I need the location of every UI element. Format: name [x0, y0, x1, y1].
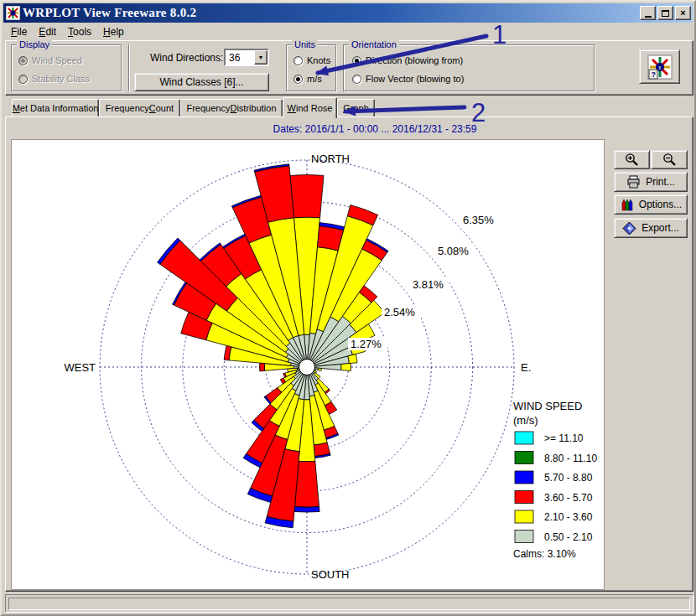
legend-swatch-4 — [515, 510, 533, 523]
svg-text:?: ? — [651, 70, 656, 79]
wind-rose-petal-270-class-3 — [260, 363, 265, 371]
status-bar — [5, 594, 693, 613]
wind-rose-petal-180-class-4 — [294, 507, 319, 512]
options-button-label: Options... — [639, 199, 682, 210]
radio-label-flow-vector-blowing-to: Flow Vector (blowing to) — [366, 74, 464, 84]
wind-directions-select[interactable]: 36 ▼ — [224, 49, 269, 66]
orientation-group: Orientation Direction (blowing from)Flow… — [343, 44, 595, 91]
legend-class-label-0: >= 11.10 — [544, 432, 584, 444]
wind-rose-petal-90-class-2 — [341, 363, 351, 370]
menu-edit[interactable]: Edit — [33, 24, 62, 39]
display-group: Display Wind SpeedStability Class — [11, 44, 122, 91]
units-group: Units Knotsm/s — [286, 44, 336, 91]
radio-knots[interactable]: Knots — [293, 55, 330, 65]
svg-text:x: x — [658, 65, 662, 70]
menu-tools[interactable]: Tools — [62, 24, 97, 39]
legend-swatch-2 — [515, 471, 533, 484]
radio-button-wind-speed[interactable] — [18, 56, 28, 65]
radio-label-knots: Knots — [307, 55, 330, 65]
zoom-out-icon — [662, 153, 677, 167]
radio-label-direction-blowing-from: Direction (blowing from) — [366, 55, 463, 65]
radio-flow-vector-blowing-to[interactable]: Flow Vector (blowing to) — [352, 74, 464, 84]
toolbar-panel: Display Wind SpeedStability Class Wind D… — [5, 40, 693, 96]
tab-frequency-distribution[interactable]: Frequency Distribution — [180, 99, 283, 116]
wind-directions-label: Wind Directions: — [150, 52, 223, 64]
options-button[interactable]: Options... — [614, 194, 688, 215]
legend-subtitle: (m/s) — [513, 414, 538, 427]
wind-rose-petal-80-class-2 — [348, 354, 357, 363]
status-bar-field — [8, 598, 690, 610]
close-icon: × — [680, 8, 685, 18]
calms-center-hole — [299, 360, 315, 375]
menu-file[interactable]: File — [5, 24, 33, 39]
wind-rose-petal-0-class-3 — [290, 175, 324, 218]
wind-directions-value: 36 — [226, 52, 254, 64]
legend-class-label-2: 5.70 - 8.80 — [544, 472, 593, 484]
radio-button-flow-vector-blowing-to[interactable] — [352, 75, 361, 84]
radio-label-wind-speed: Wind Speed — [32, 55, 82, 65]
radio-stability-class[interactable]: Stability Class — [18, 74, 90, 84]
radio-m-s[interactable]: m/s — [293, 74, 322, 84]
minimize-icon — [645, 16, 652, 18]
legend-class-label-3: 3.60 - 5.70 — [544, 492, 593, 504]
legend-swatch-3 — [515, 491, 533, 504]
orientation-group-title: Orientation — [349, 39, 399, 49]
compass-label-e: E. — [521, 361, 531, 374]
maximize-icon — [662, 10, 669, 17]
ring-label-3.81%: 3.81% — [413, 278, 444, 291]
legend-swatch-1 — [515, 452, 533, 464]
wind-rose-petal-100-class-2 — [318, 368, 321, 370]
export-button-label: Export... — [641, 222, 679, 234]
title-bar: WRPLOT View Freeware 8.0.2 × — [3, 3, 693, 23]
dates-label: Dates: 2016/1/1 - 00:00 ... 2016/12/31 -… — [9, 121, 690, 137]
wind-rose-help-icon: x ? — [647, 54, 673, 80]
radio-button-m-s[interactable] — [293, 75, 303, 84]
legend-swatch-5 — [515, 531, 533, 543]
chevron-down-icon[interactable]: ▼ — [254, 50, 267, 65]
radio-label-m-s: m/s — [307, 74, 322, 84]
radio-direction-blowing-from[interactable]: Direction (blowing from) — [352, 55, 463, 65]
legend-title: WIND SPEED — [513, 400, 582, 412]
ring-label-2.54%: 2.54% — [384, 306, 415, 318]
menu-bar: FileEditToolsHelp — [3, 23, 693, 40]
maximize-button[interactable] — [657, 6, 673, 20]
radio-button-stability-class[interactable] — [18, 75, 28, 84]
tab-graph[interactable]: Graph — [337, 99, 375, 116]
zoom-in-icon — [625, 153, 639, 167]
content-panel: Dates: 2016/1/1 - 00:00 ... 2016/12/31 -… — [5, 116, 693, 592]
export-button[interactable]: Export... — [614, 218, 688, 238]
minimize-button[interactable] — [640, 6, 656, 20]
legend-calms-label: Calms: 3.10% — [513, 548, 576, 560]
wind-classes-button[interactable]: Wind Classes [6]... — [134, 73, 269, 91]
print-button[interactable]: Print... — [614, 172, 688, 192]
ring-label-6.35%: 6.35% — [463, 214, 494, 226]
legend-class-label-5: 0.50 - 2.10 — [544, 531, 593, 543]
legend-class-label-4: 2.10 - 3.60 — [544, 511, 593, 523]
tab-frequency-count[interactable]: Frequency Count — [99, 99, 180, 116]
tab-met-data-information[interactable]: Met Data Information — [12, 99, 99, 116]
options-icon — [620, 198, 634, 212]
tab-wind-rose[interactable]: Wind Rose — [283, 97, 337, 118]
zoom-out-button[interactable] — [651, 150, 688, 169]
legend-class-label-1: 8.80 - 11.10 — [544, 453, 597, 464]
radio-button-knots[interactable] — [293, 56, 303, 65]
radio-button-direction-blowing-from[interactable] — [352, 56, 361, 65]
print-icon — [626, 175, 641, 189]
ring-label-1.27%: 1.27% — [351, 338, 382, 350]
export-icon — [622, 221, 636, 236]
menu-help[interactable]: Help — [97, 24, 130, 39]
legend-swatch-0 — [515, 432, 533, 444]
tab-row: Met Data InformationFrequency CountFrequ… — [5, 97, 693, 116]
toolbar-divider — [128, 44, 130, 91]
print-button-label: Print... — [646, 176, 675, 188]
wind-classes-button-label: Wind Classes [6]... — [159, 76, 243, 88]
zoom-in-button[interactable] — [614, 150, 650, 169]
display-group-title: Display — [17, 39, 52, 49]
ring-label-5.08%: 5.08% — [438, 245, 469, 257]
app-logo-icon — [6, 6, 20, 20]
window-title: WRPLOT View Freeware 8.0.2 — [23, 6, 640, 20]
radio-wind-speed[interactable]: Wind Speed — [18, 55, 82, 65]
compass-label-north: NORTH — [311, 153, 350, 165]
wind-rose-help-button[interactable]: x ? — [639, 49, 680, 84]
close-button[interactable]: × — [675, 6, 691, 20]
